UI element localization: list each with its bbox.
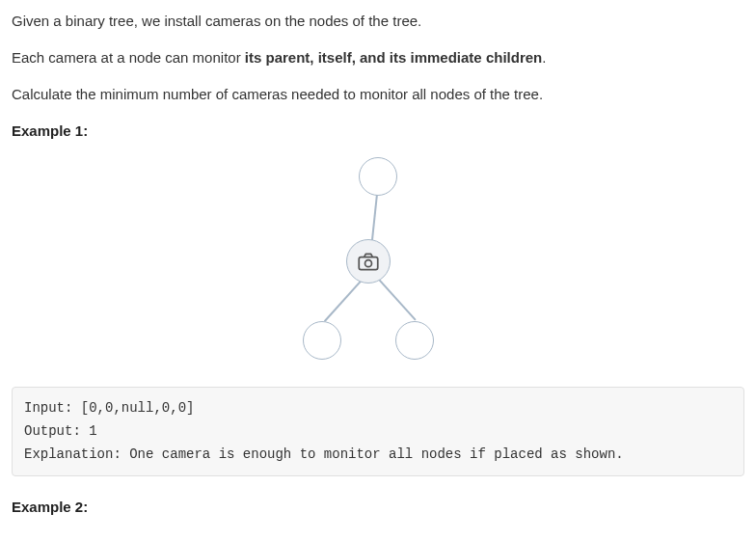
code-output-label: Output: — [24, 423, 89, 439]
code-output-value: 1 — [89, 423, 96, 439]
tree-edge — [376, 277, 416, 321]
camera-icon — [356, 249, 381, 274]
tree-node-camera — [346, 239, 391, 284]
code-input-line: Input: [0,0,null,0,0] — [24, 397, 732, 420]
code-output-line: Output: 1 — [24, 420, 732, 444]
tree-node-right-leaf — [395, 321, 434, 360]
problem-intro-2: Each camera at a node can monitor its pa… — [12, 46, 744, 69]
tree-diagram-inner — [291, 157, 465, 369]
tree-node-left-leaf — [303, 321, 341, 360]
code-explanation-label: Explanation: — [24, 446, 129, 462]
example-2-colon: : — [83, 499, 88, 515]
tree-edge — [371, 194, 378, 244]
svg-rect-0 — [359, 257, 378, 270]
intro-2-suffix: . — [542, 49, 546, 66]
code-explanation-value: One camera is enough to monitor all node… — [129, 446, 623, 462]
code-input-value: [0,0,null,0,0] — [81, 400, 195, 416]
intro-2-bold: its parent, itself, and its immediate ch… — [245, 49, 542, 66]
example-1-code-block: Input: [0,0,null,0,0]Output: 1Explanatio… — [12, 387, 744, 476]
code-input-label: Input: — [24, 400, 81, 416]
example-1-heading-text: Example 1 — [12, 122, 83, 139]
tree-node-root — [359, 157, 397, 196]
example-2-heading-text: Example 2 — [12, 499, 83, 515]
example-1-colon: : — [83, 122, 88, 139]
intro-2-prefix: Each camera at a node can monitor — [12, 49, 245, 66]
svg-point-1 — [365, 260, 372, 267]
problem-intro-1: Given a binary tree, we install cameras … — [12, 10, 744, 33]
example-2-heading: Example 2: — [12, 496, 744, 519]
example-1-heading: Example 1: — [12, 120, 744, 143]
tree-edge — [324, 278, 364, 322]
code-explanation-line: Explanation: One camera is enough to mon… — [24, 444, 732, 467]
problem-intro-3: Calculate the minimum number of cameras … — [12, 83, 744, 106]
tree-diagram — [12, 157, 744, 369]
